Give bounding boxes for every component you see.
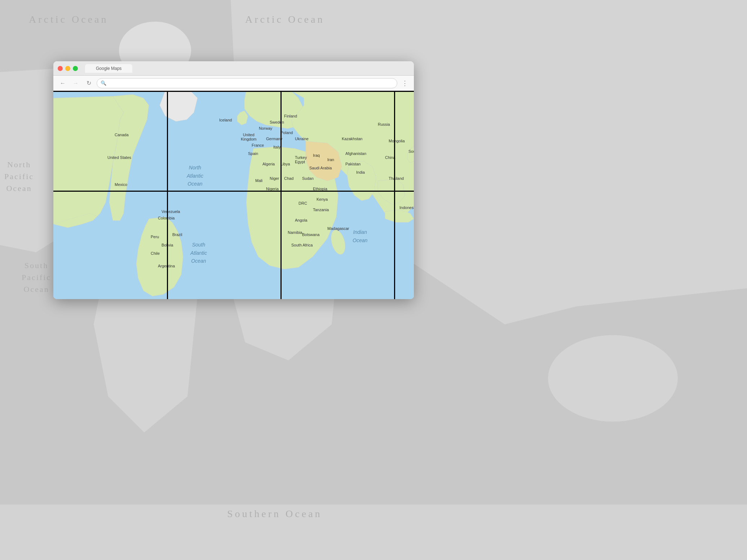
map-label-ethiopia: Ethiopia bbox=[313, 187, 327, 191]
map-label-india: India bbox=[356, 170, 365, 174]
map-label-madagascar: Madagascar bbox=[327, 226, 349, 231]
map-label-kenya: Kenya bbox=[317, 197, 328, 201]
map-label-south-korea: South Korea bbox=[408, 149, 414, 154]
map-label-indonesia: Indonesia bbox=[399, 205, 414, 210]
map-label-canada: Canada bbox=[115, 133, 129, 137]
bg-label-arctic-1: Arctic Ocean bbox=[29, 14, 108, 25]
map-label-venezuela: Venezuela bbox=[162, 209, 180, 214]
map-label-argentina: Argentina bbox=[158, 264, 175, 268]
browser-tab[interactable]: Google Maps bbox=[85, 64, 132, 73]
map-label-nigeria: Nigeria bbox=[266, 187, 279, 191]
bg-label-s-pacific: SouthPacificOcean bbox=[22, 259, 51, 295]
map-svg bbox=[53, 91, 414, 299]
map-label-iceland: Iceland bbox=[219, 118, 232, 122]
map-content[interactable]: Canada United States Mexico Venezuela Co… bbox=[53, 91, 414, 299]
bg-label-arctic-2: Arctic Ocean bbox=[245, 14, 324, 25]
map-label-mexico: Mexico bbox=[115, 182, 127, 187]
map-label-spain: Spain bbox=[248, 151, 258, 156]
map-label-finland: Finland bbox=[284, 114, 297, 118]
map-label-chad: Chad bbox=[284, 176, 293, 181]
forward-button[interactable]: → bbox=[71, 78, 81, 88]
map-label-china: China bbox=[385, 155, 395, 160]
map-label-germany: Germany bbox=[266, 137, 282, 141]
map-label-south-africa: South Africa bbox=[291, 243, 313, 247]
browser-window: Google Maps ← → ↻ 🔍 ⋮ bbox=[53, 61, 414, 299]
map-label-colombia: Colombia bbox=[158, 216, 174, 220]
maximize-button[interactable] bbox=[73, 66, 78, 71]
map-label-poland: Poland bbox=[280, 130, 293, 135]
map-label-chile: Chile bbox=[151, 251, 160, 255]
map-label-north-atlantic: NorthAtlanticOcean bbox=[187, 164, 203, 188]
back-button[interactable]: ← bbox=[58, 78, 68, 88]
browser-toolbar: ← → ↻ 🔍 ⋮ bbox=[53, 76, 414, 91]
map-label-mongolia: Mongolia bbox=[389, 139, 405, 143]
map-label-russia: Russia bbox=[378, 122, 390, 126]
map-label-thailand: Thailand bbox=[389, 176, 404, 181]
map-label-uk: UnitedKingdom bbox=[241, 133, 256, 141]
map-label-saudi-arabia: Saudi Arabia bbox=[309, 166, 332, 170]
map-label-turkey: Turkey bbox=[295, 155, 307, 160]
map-label-iraq: Iraq bbox=[313, 153, 320, 157]
map-label-sudan: Sudan bbox=[302, 176, 314, 181]
close-button[interactable] bbox=[58, 66, 63, 71]
desktop: { "background": { "labels": [ {"text": "… bbox=[0, 0, 747, 560]
address-bar[interactable]: 🔍 bbox=[97, 78, 397, 88]
map-label-sweden: Sweden bbox=[270, 120, 284, 124]
map-label-bolivia: Bolivia bbox=[162, 243, 173, 247]
bg-label-southern-ocean: Southern Ocean bbox=[227, 508, 322, 520]
map-label-indian-ocean: IndianOcean bbox=[353, 228, 367, 244]
map-label-mali: Mali bbox=[255, 178, 262, 183]
map-label-norway: Norway bbox=[259, 126, 272, 130]
svg-point-2 bbox=[548, 335, 678, 422]
browser-titlebar: Google Maps bbox=[53, 61, 414, 76]
map-label-namibia: Namibia bbox=[288, 230, 302, 235]
map-label-united-states: United States bbox=[107, 155, 131, 160]
svg-rect-3 bbox=[0, 505, 747, 560]
map-label-drc: DRC bbox=[299, 201, 307, 205]
map-label-pakistan: Pakistan bbox=[345, 162, 361, 166]
refresh-button[interactable]: ↻ bbox=[84, 78, 94, 88]
map-label-brazil: Brazil bbox=[172, 232, 182, 237]
map-label-egypt: Egypt bbox=[295, 160, 305, 164]
map-label-niger: Niger bbox=[270, 176, 279, 181]
minimize-button[interactable] bbox=[65, 66, 70, 71]
search-icon: 🔍 bbox=[101, 80, 106, 86]
map-label-peru: Peru bbox=[151, 235, 159, 239]
map-label-france: France bbox=[252, 143, 264, 147]
browser-menu-button[interactable]: ⋮ bbox=[400, 78, 410, 89]
map-label-botswana: Botswana bbox=[302, 232, 319, 237]
map-label-south-atlantic: SouthAtlanticOcean bbox=[190, 241, 207, 265]
map-label-libya: Libya bbox=[280, 162, 290, 166]
tab-label: Google Maps bbox=[96, 66, 121, 71]
map-label-italy: Italy bbox=[273, 145, 280, 149]
map-label-tanzania: Tanzania bbox=[313, 208, 329, 212]
map-viewport: Canada United States Mexico Venezuela Co… bbox=[53, 91, 414, 299]
map-label-algeria: Algeria bbox=[262, 162, 275, 166]
bg-label-n-pacific: NorthPacificOcean bbox=[4, 159, 34, 194]
traffic-lights bbox=[58, 66, 78, 71]
map-label-iran: Iran bbox=[327, 157, 334, 162]
map-label-ukraine: Ukraine bbox=[295, 137, 309, 141]
map-label-afghanistan: Afghanistan bbox=[345, 151, 366, 156]
address-input[interactable] bbox=[109, 80, 393, 86]
map-label-angola: Angola bbox=[295, 218, 307, 222]
map-label-kazakhstan: Kazakhstan bbox=[342, 137, 362, 141]
